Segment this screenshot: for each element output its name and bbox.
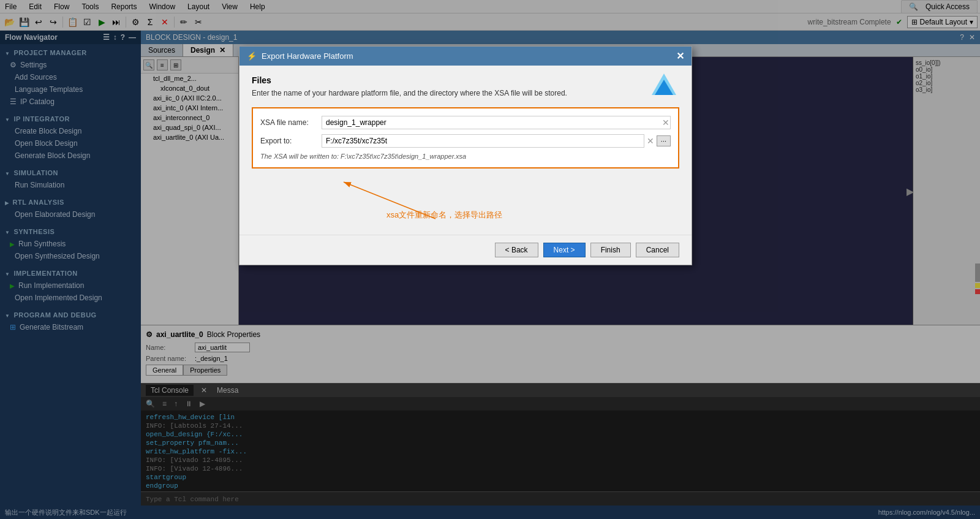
dialog-description: Enter the name of your hardware platform… — [252, 89, 679, 97]
export-path-input[interactable] — [322, 134, 644, 148]
dialog-icon: ⚡ — [247, 51, 257, 61]
export-path-wrapper: ✕ ··· — [322, 134, 671, 148]
dialog-body: Files Enter the name of your hardware pl… — [239, 66, 692, 235]
export-path-row: Export to: ✕ ··· — [260, 134, 671, 148]
cancel-button[interactable]: Cancel — [636, 243, 679, 257]
xsa-written-text: The XSA will be written to: F:\xc7z35t\x… — [260, 153, 671, 160]
dialog-footer: < Back Next > Finish Cancel — [239, 235, 692, 265]
vivado-logo — [649, 70, 679, 103]
path-clear-btn[interactable]: ✕ — [647, 136, 654, 146]
browse-btn[interactable]: ··· — [657, 135, 671, 146]
xsa-name-label: XSA file name: — [260, 118, 322, 127]
xsa-clear-btn[interactable]: ✕ — [662, 118, 669, 127]
dialog-title-left: ⚡ Export Hardware Platform — [247, 51, 353, 61]
xsa-name-input[interactable] — [322, 116, 671, 129]
dialog-title-text: Export Hardware Platform — [262, 51, 353, 61]
dialog-close-btn[interactable]: ✕ — [676, 50, 684, 62]
form-box: XSA file name: ✕ Export to: ✕ ··· — [252, 107, 679, 169]
dialog-overlay: ⚡ Export Hardware Platform ✕ Files Enter… — [0, 0, 980, 519]
annotation-area: xsa文件重新命名，选择导出路径 — [252, 176, 679, 225]
dialog-titlebar: ⚡ Export Hardware Platform ✕ — [239, 47, 692, 66]
back-button[interactable]: < Back — [495, 243, 538, 257]
annotation-text: xsa文件重新命名，选择导出路径 — [386, 210, 502, 221]
next-button[interactable]: Next > — [543, 243, 586, 257]
dialog-section-title: Files — [252, 75, 679, 85]
export-label: Export to: — [260, 137, 322, 145]
xsa-name-input-wrapper: ✕ — [322, 116, 671, 129]
export-hardware-dialog: ⚡ Export Hardware Platform ✕ Files Enter… — [239, 46, 692, 265]
finish-button[interactable]: Finish — [590, 243, 631, 257]
xsa-name-row: XSA file name: ✕ — [260, 116, 671, 129]
